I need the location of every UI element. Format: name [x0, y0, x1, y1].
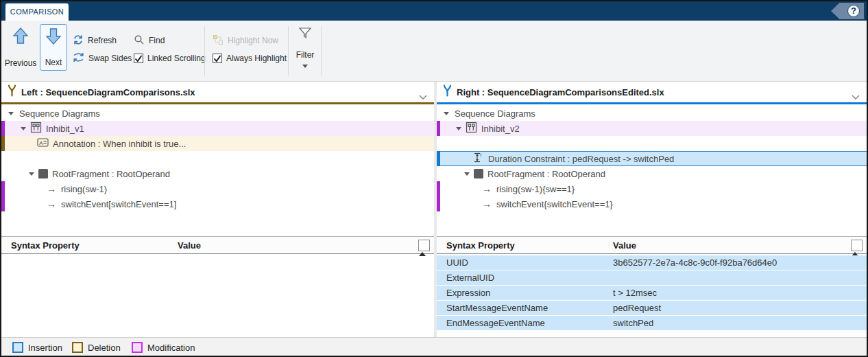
legend-modification-label: Modification — [147, 343, 195, 353]
tree-row-label: RootFragment : RootOperand — [52, 169, 170, 179]
swap-sides-icon — [73, 52, 84, 65]
refresh-icon — [73, 34, 84, 47]
chevron-down-icon[interactable] — [419, 90, 427, 102]
highlight-now-label: Highlight Now — [228, 36, 278, 45]
filter-icon — [298, 27, 312, 45]
message-arrow-icon: → — [47, 199, 56, 209]
expander-icon[interactable] — [8, 112, 14, 115]
legend-insertion: Insertion — [12, 342, 62, 353]
value-column-header: Value — [178, 240, 201, 251]
deletion-marker — [1, 136, 5, 151]
right-pane-title: Right : SequenceDiagramComparisonsEdited… — [457, 87, 664, 97]
next-button[interactable]: Next — [40, 24, 67, 71]
table-row[interactable]: UUID 3b652577-2e7a-4c8c-9c0f-f92ba76d64e… — [437, 255, 867, 270]
legend-modification: Modification — [132, 342, 195, 353]
linked-scrolling-toggle[interactable]: Linked Scrolling — [134, 51, 206, 65]
tree-row-label: rising(sw-1){sw==1} — [496, 184, 575, 194]
duration-constraint-icon: t — [472, 152, 483, 165]
highlight-now-icon — [213, 34, 224, 47]
tree-row-annotation[interactable]: A Annotation : When inhibit is true... — [1, 136, 434, 151]
table-row[interactable]: ExternalUID — [437, 270, 867, 286]
table-row[interactable]: StartMessageEventName pedRequest — [437, 301, 867, 316]
tree-row-inhibit-v1[interactable]: Inhibit_v1 — [1, 121, 434, 136]
compare-fork-icon — [442, 84, 453, 100]
sequence-diagram-icon — [466, 122, 477, 135]
tree-row-empty — [437, 136, 867, 151]
table-row[interactable]: Expression t > 12msec — [437, 286, 867, 301]
collapse-panel-icon[interactable] — [418, 240, 430, 251]
value-column-header: Value — [613, 240, 636, 251]
change-legend: Insertion Deletion Modification — [1, 337, 867, 356]
tree-row-label: Inhibit_v1 — [46, 124, 84, 134]
highlight-now-button: Highlight Now — [213, 34, 278, 47]
help-icon[interactable]: ? — [847, 5, 860, 17]
table-row[interactable]: EndMessageEventName switchPed — [437, 316, 867, 331]
tree-row-inhibit-v2[interactable]: Inhibit_v2 — [437, 121, 867, 136]
right-property-table: Syntax Property Value UUID 3b652577-2e7a… — [437, 236, 867, 337]
expander-icon[interactable] — [29, 172, 34, 176]
tree-row-empty — [1, 151, 434, 166]
swap-sides-button[interactable]: Swap Sides — [73, 51, 132, 65]
refresh-button[interactable]: Refresh — [73, 34, 117, 47]
tree-row-sequence-diagrams[interactable]: Sequence Diagrams — [437, 106, 867, 121]
filter-button[interactable]: Filter — [289, 24, 321, 71]
tab-bar: COMPARISON ? — [1, 1, 867, 21]
tree-row-rootfragment[interactable]: RootFragment : RootOperand — [1, 166, 434, 181]
left-pane-header[interactable]: Left : SequenceDiagramComparisons.slx — [1, 82, 434, 102]
tree-row-rising[interactable]: → rising(sw-1){sw==1} — [437, 181, 867, 196]
linked-scrolling-checkbox[interactable] — [134, 54, 143, 63]
previous-button[interactable]: Previous — [4, 24, 37, 71]
sequence-diagram-icon — [30, 122, 42, 135]
message-arrow-icon: → — [47, 184, 56, 194]
modification-marker — [437, 121, 440, 136]
tree-row-rising[interactable]: → rising(sw-1) — [1, 181, 434, 196]
tree-row-label: Inhibit_v2 — [481, 124, 520, 134]
tree-row-label: Annotation : When inhibit is true... — [53, 139, 186, 149]
message-arrow-icon: → — [482, 184, 492, 194]
ribbon-separator — [321, 26, 322, 76]
property-cell: UUID — [446, 257, 468, 268]
tree-row-duration-constraint[interactable]: t Duration Constraint : pedRequest -> sw… — [437, 151, 867, 166]
expander-icon[interactable] — [21, 127, 26, 130]
message-arrow-icon: → — [482, 199, 492, 209]
fragment-icon — [38, 169, 48, 178]
modification-marker — [1, 181, 5, 196]
tree-row-switchevent[interactable]: → switchEvent{switchEvent==1} — [437, 196, 867, 211]
modification-marker — [1, 196, 5, 211]
expander-icon[interactable] — [464, 172, 470, 176]
modification-marker — [437, 196, 440, 211]
compare-fork-icon — [7, 84, 17, 100]
tree-row-switchevent[interactable]: → switchEvent[switchEvent==1] — [1, 196, 434, 211]
left-pane-title: Left : SequenceDiagramComparisons.slx — [21, 87, 195, 97]
modification-marker — [437, 181, 440, 196]
right-table-header: Syntax Property Value — [437, 236, 867, 254]
next-label: Next — [45, 58, 62, 67]
expander-icon[interactable] — [456, 127, 461, 130]
expander-icon[interactable] — [444, 112, 449, 115]
comparison-tool-window: COMPARISON ? Previous Next Refresh — [0, 0, 868, 357]
annotation-icon: A — [37, 138, 49, 149]
always-highlight-label: Always Highlight — [226, 54, 287, 63]
find-button[interactable]: Find — [134, 34, 165, 47]
ribbon-separator — [288, 26, 289, 76]
tab-comparison[interactable]: COMPARISON — [5, 3, 69, 21]
tree-row-sequence-diagrams[interactable]: Sequence Diagrams — [1, 106, 434, 121]
tree-row-rootfragment[interactable]: RootFragment : RootOperand — [437, 166, 867, 181]
legend-deletion-label: Deletion — [88, 343, 121, 353]
ribbon-toolbar: Previous Next Refresh — [1, 21, 867, 82]
search-icon — [134, 34, 145, 47]
tree-row-label: RootFragment : RootOperand — [487, 169, 605, 179]
collapse-panel-icon[interactable] — [851, 240, 863, 251]
chevron-down-icon[interactable] — [852, 90, 860, 102]
legend-insertion-label: Insertion — [28, 343, 62, 353]
value-cell: switchPed — [613, 318, 653, 328]
svg-text:A: A — [39, 140, 43, 146]
always-highlight-checkbox[interactable] — [213, 54, 222, 63]
always-highlight-toggle[interactable]: Always Highlight — [213, 51, 287, 65]
tree-row-label: switchEvent{switchEvent==1} — [496, 199, 613, 209]
svg-text:t: t — [481, 152, 482, 157]
right-pane-header[interactable]: Right : SequenceDiagramComparisonsEdited… — [437, 82, 867, 102]
property-column-header: Syntax Property — [11, 240, 80, 251]
left-property-table: Syntax Property Value — [1, 236, 434, 337]
swap-sides-label: Swap Sides — [88, 54, 132, 63]
